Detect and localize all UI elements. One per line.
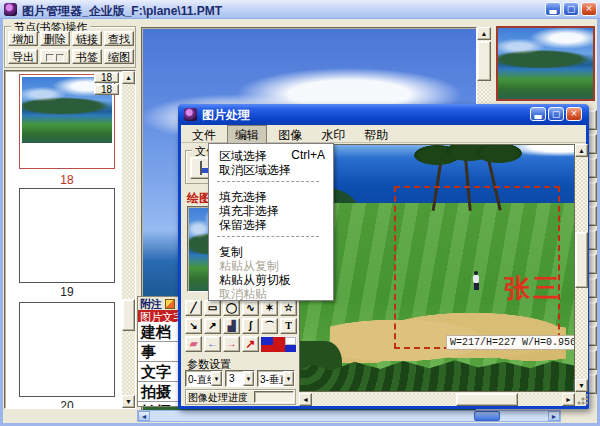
palm-fronds xyxy=(476,144,522,163)
dialog-menubar: 文件 编辑 图像 水印 帮助 xyxy=(181,125,586,143)
width-combobox[interactable]: 3 ▼ xyxy=(225,370,255,387)
preview-thumbnail[interactable] xyxy=(496,26,595,101)
menu-item-paste-from-clipboard[interactable]: 粘贴从剪切板 xyxy=(209,271,333,285)
thumbnail-image-20[interactable] xyxy=(22,305,112,394)
rectangle-tool[interactable]: ▭ xyxy=(204,300,221,316)
diagonal-tool[interactable]: ↘ xyxy=(185,318,202,334)
menu-item-fill-nonselection[interactable]: 填充非选择 xyxy=(209,202,333,216)
maximize-button[interactable]: ▢ xyxy=(563,2,579,16)
canvas-hscroll-thumb[interactable] xyxy=(456,393,518,406)
frame-icon xyxy=(56,54,64,62)
chevron-down-icon[interactable]: ▼ xyxy=(211,371,222,386)
canvas-hscroll[interactable]: ◄ ► xyxy=(299,393,575,406)
progress-bar xyxy=(254,391,294,403)
index-badge: 18 xyxy=(94,72,119,83)
menu-item-select-region[interactable]: 区域选择Ctrl+A xyxy=(209,147,333,161)
find-button[interactable]: 查找 xyxy=(104,31,134,46)
list-scrollbar-thumb[interactable] xyxy=(122,299,135,331)
dialog-minimize-button[interactable]: ▃ xyxy=(530,107,546,121)
minimize-button[interactable]: ▃ xyxy=(545,2,561,16)
star-tool[interactable]: ☆ xyxy=(280,300,297,316)
arrow-right-tool[interactable]: → xyxy=(223,336,240,352)
canvas-vscroll[interactable]: ▲ ▼ xyxy=(575,144,588,392)
menu-item-copy[interactable]: 复制 xyxy=(209,243,333,257)
scroll-left-icon[interactable]: ◄ xyxy=(138,411,150,421)
link-button[interactable]: 链接 xyxy=(72,31,102,46)
dialog-close-button[interactable]: × xyxy=(566,107,582,121)
menu-item-fill-selection[interactable]: 填充选择 xyxy=(209,188,333,202)
dialog-icon xyxy=(184,108,197,121)
export-button[interactable]: 导出 xyxy=(8,49,38,64)
dialog-maximize-button[interactable]: ▢ xyxy=(548,107,564,121)
scroll-up-icon[interactable]: ▲ xyxy=(575,144,588,157)
scroll-down-icon[interactable]: ▼ xyxy=(122,395,135,408)
text-tool[interactable]: T xyxy=(280,318,297,334)
curve-tool[interactable]: ∿ xyxy=(242,300,259,316)
main-hscroll[interactable]: ◄ ► xyxy=(137,410,561,422)
scroll-up-icon[interactable]: ▲ xyxy=(122,71,135,84)
scroll-left-icon[interactable]: ◄ xyxy=(299,393,312,406)
thumbnail-list: 18 19 20 18 18 ▲ ▼ xyxy=(4,70,136,409)
menu-item-cancel-paste: 取消粘贴 xyxy=(209,285,333,299)
thumbnail-item[interactable] xyxy=(19,302,115,397)
eraser-tool[interactable]: ▰ xyxy=(185,336,202,352)
color-palette-button[interactable] xyxy=(261,336,297,352)
scroll-down-icon[interactable]: ▼ xyxy=(575,379,588,392)
scroll-right-icon[interactable]: ► xyxy=(562,393,575,406)
shortcut-label: Ctrl+A xyxy=(291,148,325,162)
menu-item-keep-selection[interactable]: 保留选择 xyxy=(209,216,333,230)
node-ops-group: 节点(书签)操作 增加 删除 链接 查找 导出 书签 缩图 xyxy=(4,26,136,68)
thumbnail-label: 19 xyxy=(19,285,115,299)
arc-tool[interactable]: ⌒ xyxy=(261,318,278,334)
thumbnail-label: 18 xyxy=(19,173,115,187)
dialog-titlebar: 图片处理 ▃ ▢ × xyxy=(178,104,589,125)
close-button[interactable]: × xyxy=(581,2,597,16)
menu-separator xyxy=(217,236,319,237)
main-vscroll-thumb[interactable] xyxy=(477,41,491,81)
arrow-left-tool[interactable]: ← xyxy=(204,336,221,352)
stream-tool[interactable]: ʃ xyxy=(242,318,259,334)
line-tool[interactable]: ╱ xyxy=(185,300,202,316)
file-icon xyxy=(200,161,202,175)
main-window: 图片管理器_企业版_F:\plane\11.PMT ▃ ▢ × 节点(书签)操作… xyxy=(0,0,600,426)
selection-stats: W=217/H=227 W/H=0.956 xyxy=(446,335,575,350)
chart-tool[interactable]: ▟ xyxy=(223,318,240,334)
main-titlebar: 图片管理器_企业版_F:\plane\11.PMT ▃ ▢ × xyxy=(0,0,600,19)
menu-item-paste-from-copy: 粘贴从复制 xyxy=(209,257,333,271)
scroll-right-icon[interactable]: ► xyxy=(548,411,560,421)
app-icon xyxy=(4,3,17,16)
main-hscroll-thumb[interactable] xyxy=(474,411,500,421)
menu-separator xyxy=(217,181,319,182)
notes-icon xyxy=(165,299,175,309)
thumbnail-item[interactable] xyxy=(19,188,115,283)
edit-canvas[interactable]: 张三 W=217/H=227 W/H=0.956 xyxy=(299,144,575,392)
canvas-vscroll-thumb[interactable] xyxy=(575,232,588,288)
resize-grip[interactable] xyxy=(576,394,588,406)
bookmark-button[interactable]: 书签 xyxy=(72,49,102,64)
frame-pair-button[interactable] xyxy=(40,49,70,64)
progress-label: 图像处理进度 xyxy=(188,391,248,405)
shape-combobox[interactable]: 0-直线 ▼ xyxy=(185,370,223,387)
dialog-title: 图片处理 xyxy=(202,107,250,124)
add-button[interactable]: 增加 xyxy=(8,31,38,46)
palette-icon xyxy=(261,337,297,352)
image-process-dialog: 图片处理 ▃ ▢ × 文件 编辑 图像 水印 帮助 文件 绘图 ╱ ▭ ◯ ∿ … xyxy=(178,104,589,409)
spray-tool[interactable]: ✶ xyxy=(261,300,278,316)
align-combobox[interactable]: 3-垂直 ▼ xyxy=(257,370,295,387)
thumbnail-label: 20 xyxy=(19,399,115,409)
thumbnail-image-19[interactable] xyxy=(22,191,112,280)
delete-button[interactable]: 删除 xyxy=(40,31,70,46)
ellipse-tool[interactable]: ◯ xyxy=(223,300,240,316)
thumbnail-button[interactable]: 缩图 xyxy=(104,49,134,64)
arrow-tool[interactable]: ↗ xyxy=(204,318,221,334)
progress-group: 图像处理进度 xyxy=(185,389,296,405)
index-badge: 18 xyxy=(94,84,119,95)
list-scrollbar[interactable]: ▲ ▼ xyxy=(122,71,135,408)
window-title: 图片管理器_企业版_F:\plane\11.PMT xyxy=(22,3,222,20)
menu-item-cancel-region[interactable]: 取消区域选择 xyxy=(209,161,333,175)
scroll-up-icon[interactable]: ▲ xyxy=(477,27,491,40)
red-arrow-tool[interactable]: ↗ xyxy=(242,336,259,352)
chevron-down-icon[interactable]: ▼ xyxy=(243,371,254,386)
chevron-down-icon[interactable]: ▼ xyxy=(283,371,294,386)
selection-rectangle[interactable] xyxy=(394,186,560,349)
